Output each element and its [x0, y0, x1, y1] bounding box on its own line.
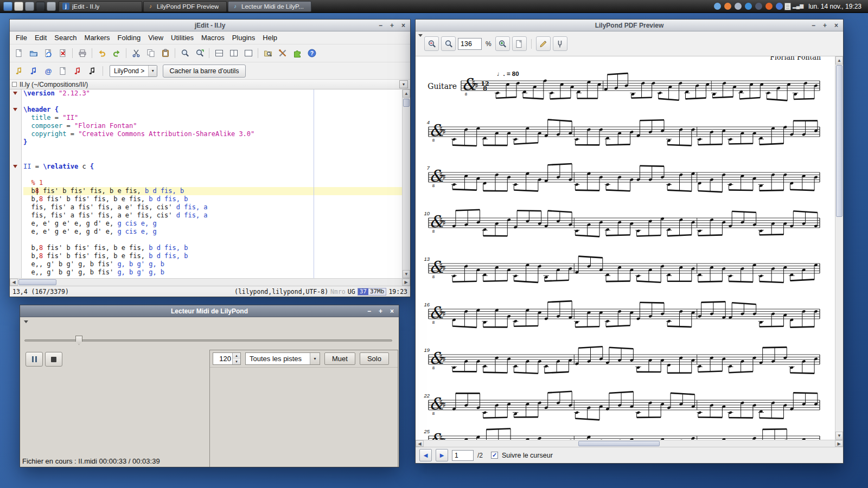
memory-indicator[interactable]: 37 37Mb	[358, 288, 387, 296]
close-button[interactable]: ×	[399, 21, 408, 30]
editor-gutter[interactable]	[10, 89, 22, 278]
scroll-left-arrow[interactable]	[10, 279, 18, 286]
editor-vscrollbar[interactable]	[402, 89, 410, 278]
menu-search[interactable]: Search	[50, 33, 80, 43]
tempo-spinner[interactable]: ▲▼	[213, 352, 241, 365]
find-replace-button[interactable]	[192, 46, 207, 61]
taskbar-button-lilypond[interactable]: ♪LilyPond PDF Preview	[143, 1, 227, 12]
close-button[interactable]: ×	[387, 307, 397, 316]
network-monitor-icon[interactable]: ▂▄▆	[793, 4, 803, 9]
mute-button[interactable]: Muet	[324, 352, 355, 365]
undo-button[interactable]	[94, 46, 109, 61]
pdf-scroll-left-arrow[interactable]	[416, 440, 424, 447]
edit-mode-button[interactable]	[536, 36, 551, 51]
follow-cursor-checkbox[interactable]	[491, 452, 498, 459]
pdf-titlebar[interactable]: LilyPond PDF Preview −+×	[416, 20, 843, 31]
taskbar-button-midi[interactable]: ♪Lecteur Midi de LilyP...	[228, 1, 311, 12]
text-editor-launcher-launcher-icon[interactable]	[14, 2, 23, 11]
close-buffer-button[interactable]	[55, 46, 70, 61]
scroll-up-arrow[interactable]	[403, 89, 410, 98]
buffer-bar[interactable]: II.ly (~/Compositions/II/)	[10, 79, 410, 89]
taskbar-button-jedit[interactable]: jjEdit - II.ly	[59, 1, 142, 12]
tray-notifier-icon[interactable]	[765, 3, 773, 10]
pause-button[interactable]	[25, 352, 43, 367]
menu-utilities[interactable]: Utilities	[167, 33, 197, 43]
menu-view[interactable]: View	[144, 33, 167, 43]
tray-browser-icon[interactable]	[745, 3, 752, 10]
maximize-button[interactable]: +	[376, 307, 385, 316]
seek-slider-handle[interactable]	[75, 336, 82, 345]
tray-volume-icon[interactable]	[755, 3, 762, 10]
copy-button[interactable]	[143, 46, 158, 61]
fold-handle-icon[interactable]	[13, 92, 17, 95]
zoom-input[interactable]	[458, 38, 482, 50]
tray-search-icon[interactable]	[776, 3, 783, 10]
pdf-page[interactable]: Florian Fontan &8♯♯Guitare128♩. = 80&8♯♯…	[416, 56, 835, 440]
solo-button[interactable]: Solo	[360, 352, 389, 365]
utilities-button[interactable]	[275, 46, 290, 61]
status-flags-on[interactable]: UG	[348, 288, 355, 296]
minimize-button[interactable]: −	[809, 21, 818, 30]
tracks-combo[interactable]: Toutes les pistes	[245, 352, 320, 365]
maximize-button[interactable]: +	[387, 21, 397, 30]
start-menu-launcher-icon[interactable]	[3, 2, 12, 11]
reload-buffer-button[interactable]	[41, 46, 55, 61]
maximize-button[interactable]: +	[820, 21, 829, 30]
pdf-vscrollbar[interactable]	[835, 56, 843, 440]
midi-titlebar[interactable]: Lecteur Midi de LilyPond −+×	[20, 305, 399, 317]
minimize-button[interactable]: −	[376, 21, 385, 30]
spin-up-icon[interactable]: ▲	[233, 353, 240, 359]
tuning-button[interactable]	[553, 36, 567, 51]
fold-handle-icon[interactable]	[13, 165, 17, 168]
lilypond-edit-button[interactable]	[11, 63, 26, 78]
menu-markers[interactable]: Markers	[81, 33, 114, 43]
fold-handle-icon[interactable]	[13, 108, 17, 111]
tray-updates-icon[interactable]	[724, 3, 731, 10]
find-button[interactable]	[177, 46, 192, 61]
menu-edit[interactable]: Edit	[31, 33, 50, 43]
clock[interactable]: lun. 14 nov., 19:23	[805, 3, 865, 10]
menu-help[interactable]: Help	[259, 33, 281, 43]
split-vertical-button[interactable]	[226, 46, 241, 61]
next-page-button[interactable]	[436, 449, 448, 461]
open-file-button[interactable]	[26, 46, 41, 61]
journal-icon[interactable]	[784, 3, 791, 10]
toolbar-overflow-icon[interactable]	[24, 320, 28, 323]
tray-network-icon[interactable]	[735, 3, 742, 10]
paste-button[interactable]	[158, 46, 173, 61]
hide-toolbar-button[interactable]: Cacher la barre d'outils	[163, 65, 245, 78]
scroll-down-arrow[interactable]	[403, 270, 410, 278]
pdf-scroll-down-arrow[interactable]	[835, 432, 843, 440]
lilypond-midi-button[interactable]	[85, 63, 99, 78]
terminal-launcher-launcher-icon[interactable]	[36, 2, 45, 11]
plugin-manager-button[interactable]	[290, 46, 304, 61]
split-horizontal-button[interactable]	[212, 46, 226, 61]
print-button[interactable]	[75, 46, 90, 61]
page-mode-button[interactable]	[512, 36, 527, 51]
buffer-mode[interactable]: (lilypond,lilypond,UTF-8)	[234, 288, 328, 296]
stop-button[interactable]	[45, 352, 62, 367]
buffer-switcher-button[interactable]	[399, 80, 408, 88]
lilypond-mode-combo[interactable]: LilyPond >	[110, 65, 157, 77]
close-button[interactable]: ×	[832, 21, 841, 30]
lilypond-error-button[interactable]	[70, 63, 85, 78]
menu-folding[interactable]: Folding	[114, 33, 145, 43]
previous-page-button[interactable]	[419, 449, 432, 461]
jedit-code[interactable]: \version "2.12.3"\header { title = "II" …	[22, 89, 402, 278]
tempo-input[interactable]	[213, 353, 232, 364]
score-svg[interactable]: &8♯♯Guitare128♩. = 80&8♯♯4&8♯♯7&8♯♯10&8♯…	[416, 56, 835, 440]
menu-file[interactable]: File	[12, 33, 31, 43]
menu-plugins[interactable]: Plugins	[228, 33, 259, 43]
pdf-hscroll-thumb[interactable]	[578, 441, 660, 446]
page-number-input[interactable]	[452, 450, 474, 461]
unsplit-button[interactable]	[241, 46, 256, 61]
status-flags-off[interactable]: Nmro	[330, 288, 346, 296]
editor-hscrollbar[interactable]	[10, 278, 410, 286]
minimize-button[interactable]: −	[365, 307, 374, 316]
help-button[interactable]: ?	[304, 46, 319, 61]
hscroll-thumb[interactable]	[18, 279, 56, 285]
toolbar-overflow-icon[interactable]	[418, 34, 423, 37]
pdf-scroll-right-arrow[interactable]	[835, 440, 843, 447]
jedit-titlebar[interactable]: jEdit - II.ly −+×	[10, 20, 410, 31]
zoom-in-button[interactable]	[495, 36, 510, 51]
